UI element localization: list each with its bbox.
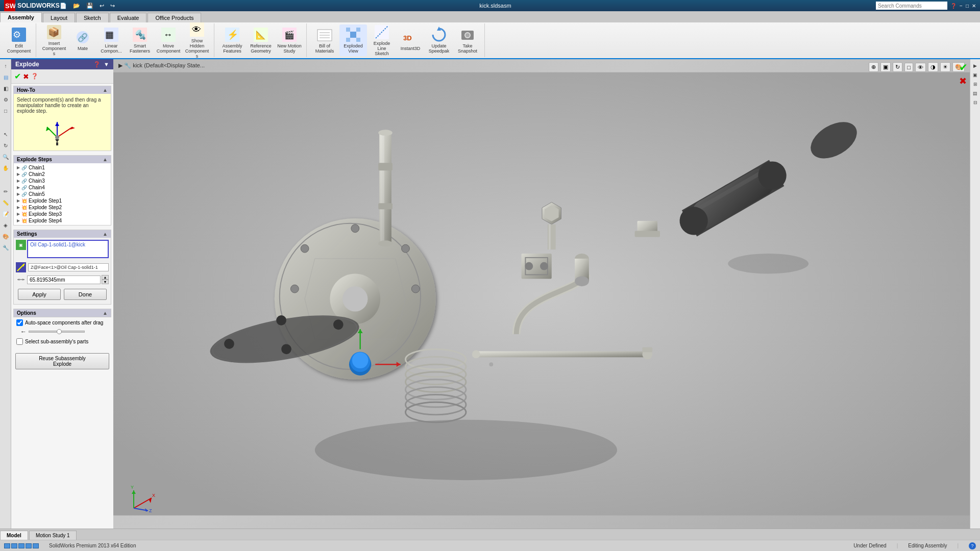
rail-measure-icon[interactable]: 📏 (1, 198, 10, 207)
tab-motion-study-1[interactable]: Motion Study 1 (29, 531, 77, 540)
apply-btn[interactable]: Apply (18, 289, 61, 300)
list-item[interactable]: ▶ 💥 Explode Step1 (15, 197, 110, 204)
howto-collapse-btn[interactable]: ▲ (103, 87, 108, 93)
rail-section-icon[interactable]: ◈ (1, 220, 10, 230)
reuse-subassembly-btn[interactable]: Reuse SubassemblyExplode (15, 353, 109, 369)
ref-icon (16, 262, 26, 272)
rail-property-icon[interactable]: ◧ (1, 84, 10, 93)
list-item[interactable]: ▶ 🔗 Chain2 (15, 171, 110, 178)
mate-btn[interactable]: 🔗 Mate (69, 24, 96, 56)
list-item[interactable]: ▶ 🔗 Chain5 (15, 191, 110, 197)
viewport-ok-btn[interactable]: ✔ (959, 61, 968, 73)
auto-space-checkbox[interactable] (16, 319, 23, 326)
rail-zoom-icon[interactable]: 🔍 (1, 152, 10, 161)
step-label-7: Explode Step3 (29, 211, 62, 217)
help-btn[interactable]: ❓ (950, 3, 957, 9)
linear-pattern-btn[interactable]: ▦ LinearCompon... (97, 24, 125, 56)
list-item[interactable]: ▶ 🔗 Chain1 (15, 164, 110, 171)
rail-pan-icon[interactable]: ✋ (1, 163, 10, 172)
panel-cancel-btn[interactable]: ✖ (23, 72, 29, 81)
insert-components-btn[interactable]: 📦 InsertComponents (40, 24, 68, 56)
rail-assembly-icon[interactable]: 🔧 (1, 243, 10, 252)
space-slider-thumb[interactable] (57, 329, 62, 334)
rail-arrow-icon[interactable]: ↑ (1, 61, 10, 70)
exploded-view-btn[interactable]: ExplodedView (339, 24, 367, 56)
panel-help-icon[interactable]: ❓ (93, 61, 101, 68)
take-snapshot-btn[interactable]: TakeSnapshot (454, 24, 481, 56)
tab-layout[interactable]: Layout (43, 13, 75, 22)
options-collapse-btn[interactable]: ▲ (103, 310, 108, 316)
tab-model[interactable]: Model (0, 531, 28, 540)
rail-feature-icon[interactable]: ▤ (1, 72, 10, 82)
rail-appearance-icon[interactable]: 🎨 (1, 232, 10, 241)
viewport[interactable]: ▶ 🔧 kick (Default<Display State... ⊕ ▣ ↻… (113, 59, 970, 529)
distance-input[interactable]: 65.8195345mm (27, 276, 101, 284)
select-sub-checkbox[interactable] (16, 338, 23, 345)
settings-collapse-btn[interactable]: ▲ (103, 231, 108, 237)
list-item[interactable]: ▶ 🔗 Chain3 (15, 178, 110, 184)
quick-access-redo[interactable]: ↪ (110, 3, 115, 9)
reference-field[interactable]: Z@Face<1>@Oil Cap-1-solid1-1 (28, 263, 109, 271)
right-panel-icon-1[interactable]: ▶ (971, 61, 980, 70)
space-slider-track[interactable] (29, 331, 85, 333)
list-item[interactable]: ▶ 💥 Explode Step2 (15, 204, 110, 211)
component-field[interactable]: Oil Cap-1-solid1-1@kick (27, 240, 109, 258)
search-input[interactable] (876, 2, 947, 10)
right-panel-icon-3[interactable]: ⊞ (971, 80, 980, 89)
done-btn[interactable]: Done (64, 289, 107, 300)
edit-component-btn[interactable]: ⚙ EditComponent (5, 24, 33, 56)
axis-indicator: X Y Z (129, 483, 159, 513)
chain-icon-1: 🔗 (21, 172, 27, 177)
svg-marker-43 (55, 122, 59, 126)
bill-of-materials-btn[interactable]: Bill ofMaterials (311, 24, 338, 56)
panel-menu-icon[interactable]: ▼ (104, 61, 109, 67)
app-logo: SW SOLIDWORKS (4, 0, 60, 11)
svg-marker-50 (22, 279, 24, 281)
expand-icon-2: ▶ (17, 179, 20, 183)
tab-evaluate[interactable]: Evaluate (110, 13, 147, 22)
status-help-btn[interactable]: ? (969, 542, 976, 549)
instant3d-btn[interactable]: 3D Instant3D (397, 24, 424, 56)
move-component-btn[interactable]: ↔ MoveComponent (155, 24, 182, 56)
rail-note-icon[interactable]: 📝 (1, 209, 10, 218)
rail-config-icon[interactable]: ⚙ (1, 95, 10, 104)
rail-display-icon[interactable]: □ (1, 106, 10, 115)
quick-access-save[interactable]: 💾 (86, 3, 93, 9)
svg-point-44 (55, 135, 59, 139)
rail-sketch-icon[interactable]: ✏ (1, 187, 10, 196)
list-item[interactable]: ▶ 💥 Explode Step3 (15, 211, 110, 217)
right-panel-icon-4[interactable]: ▤ (971, 89, 980, 98)
new-motion-study-btn[interactable]: 🎬 New MotionStudy (276, 24, 303, 56)
right-panel-icon-5[interactable]: ⊟ (971, 98, 980, 107)
assembly-features-btn[interactable]: ⚡ AssemblyFeatures (218, 24, 246, 56)
update-speedpak-btn[interactable]: UpdateSpeedpak (425, 24, 453, 56)
settings-title: Settings (17, 231, 37, 237)
tab-sketch[interactable]: Sketch (76, 13, 109, 22)
maximize-btn[interactable]: □ (966, 3, 969, 9)
show-hidden-btn[interactable]: 👁 ShowHiddenComponents (183, 24, 211, 56)
explode-icon-6: 💥 (21, 205, 27, 210)
spin-down-btn[interactable]: ▼ (102, 280, 109, 284)
spin-up-btn[interactable]: ▲ (102, 275, 109, 280)
panel-title: Explode (15, 61, 39, 68)
minimize-btn[interactable]: − (960, 3, 963, 9)
close-btn[interactable]: ✕ (972, 3, 976, 9)
quick-access-undo[interactable]: ↩ (100, 3, 104, 9)
quick-access-new[interactable]: 📄 (60, 3, 67, 9)
list-item[interactable]: ▶ 🔗 Chain4 (15, 184, 110, 191)
viewport-cancel-btn[interactable]: ✖ (959, 76, 968, 87)
quick-access-open[interactable]: 📂 (73, 3, 80, 9)
list-item[interactable]: ▶ 💥 Explode Step4 (15, 217, 110, 224)
steps-collapse-btn[interactable]: ▲ (103, 157, 108, 162)
tab-assembly[interactable]: Assembly (0, 12, 42, 22)
reference-geometry-btn[interactable]: 📐 ReferenceGeometry (247, 24, 275, 56)
rail-rotate-icon[interactable]: ↻ (1, 141, 10, 150)
panel-help2-icon[interactable]: ❓ (31, 73, 38, 80)
right-panel-icon-2[interactable]: ▣ (971, 70, 980, 80)
explode-line-btn[interactable]: ExplodeLineSketch (368, 24, 396, 56)
smart-fasteners-btn[interactable]: 🔩 SmartFasteners (126, 24, 154, 56)
tab-office-products[interactable]: Office Products (148, 13, 201, 22)
svg-rect-98 (549, 224, 551, 249)
panel-ok-btn[interactable]: ✔ (14, 71, 21, 81)
rail-select-icon[interactable]: ↖ (1, 130, 10, 139)
